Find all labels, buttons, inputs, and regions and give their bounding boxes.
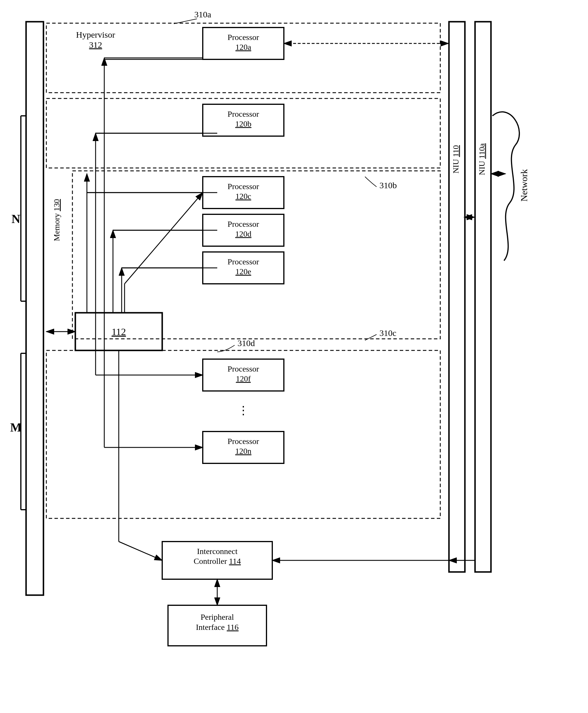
peripheral-label2: Interface 116 bbox=[196, 623, 238, 632]
vm-310b-ref: 310b bbox=[379, 180, 397, 190]
proc-120c-label: Processor bbox=[228, 182, 259, 191]
crossbar-ref: 112 bbox=[111, 326, 126, 337]
hypervisor-ref: 312 bbox=[89, 40, 102, 49]
proc-120e-label: Processor bbox=[228, 257, 259, 266]
peripheral-label: Peripheral bbox=[201, 612, 234, 622]
proc-120a-ref: 120a bbox=[235, 43, 251, 51]
proc-120n-label: Processor bbox=[228, 437, 259, 446]
interconnect-label2: Controller 114 bbox=[193, 557, 241, 566]
ellipsis-1: ⋮ bbox=[237, 404, 249, 417]
m-label: M bbox=[10, 421, 22, 434]
svg-rect-4 bbox=[0, 0, 588, 713]
vm-310d-ref: 310d bbox=[237, 338, 255, 348]
network-label: Network bbox=[519, 169, 529, 201]
memory-label: Memory 130 bbox=[52, 199, 61, 241]
proc-120f-ref: 120f bbox=[236, 374, 251, 383]
proc-120a-label: Processor bbox=[228, 33, 259, 42]
proc-120b-label: Processor bbox=[228, 109, 259, 118]
niu-a-label: NIU 110a bbox=[477, 143, 486, 175]
vm-310c-ref: 310c bbox=[379, 328, 396, 338]
proc-120e-ref: 120e bbox=[235, 267, 251, 276]
proc-120c-ref: 120c bbox=[235, 192, 251, 201]
proc-120n-ref: 120n bbox=[235, 447, 251, 456]
proc-120f-label: Processor bbox=[228, 364, 259, 373]
proc-120d-label: Processor bbox=[228, 219, 259, 229]
interconnect-label: Interconnect bbox=[197, 547, 237, 556]
hypervisor-label: Hypervisor bbox=[76, 30, 115, 39]
n-label: N bbox=[12, 212, 20, 225]
proc-120b-ref: 120b bbox=[235, 119, 251, 128]
niu-label: NIU 110 bbox=[451, 145, 460, 173]
vm-310a-ref: 310a bbox=[194, 9, 211, 19]
proc-120d-ref: 120d bbox=[235, 229, 251, 238]
